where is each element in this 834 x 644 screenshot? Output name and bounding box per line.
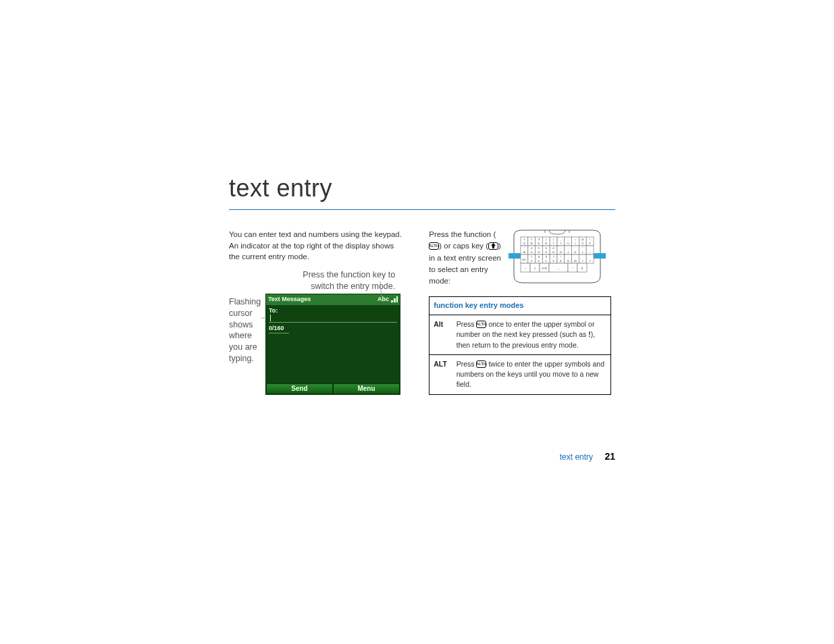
softkey-bar: Send Menu (266, 383, 400, 394)
mode-label: ALT (429, 354, 452, 394)
svg-text:,: , (568, 255, 569, 259)
page-title: text entry (229, 174, 615, 203)
svg-text:R: R (546, 242, 548, 245)
right-top-row: Press the function (ALT/s) or caps key (… (429, 229, 615, 287)
svg-text:Z: Z (531, 259, 533, 263)
svg-text:⎵: ⎵ (558, 267, 560, 270)
callout-cursor: Flashing cursor shows where you are typi… (229, 294, 261, 365)
svg-text:@: @ (581, 238, 584, 241)
table-row: Alt Press ALT/s once to enter the upper … (429, 315, 611, 355)
to-field: To: (269, 306, 397, 323)
svg-text:K: K (575, 250, 577, 254)
alt-key-icon: ALT/s (476, 360, 486, 368)
svg-text:SYM: SYM (542, 267, 548, 270)
entry-mode-indicator: Abc (377, 295, 389, 304)
svg-text:U: U (567, 242, 569, 245)
svg-text:B: B (560, 259, 562, 263)
keypad-diagram: QWERTYUIOP 123()_-+@/ ASDFGHJKL← !456&:;… (509, 229, 606, 284)
callout-line2: switch the entry mode. (311, 281, 395, 291)
alt-key-icon: ALT/s (429, 242, 439, 250)
svg-text:I: I (575, 242, 576, 245)
svg-text:.: . (575, 255, 576, 259)
phone-screenshot-wrap: Text Messages Abc To: (265, 294, 400, 395)
svg-text:H: H (560, 250, 562, 254)
phone-title: Text Messages (268, 295, 311, 304)
screenshot-with-labels: Flashing cursor shows where you are typi… (229, 294, 402, 395)
svg-text:V: V (552, 259, 554, 263)
svg-text:E: E (538, 242, 540, 245)
svg-text:X: X (538, 259, 540, 263)
title-rule (229, 209, 615, 210)
svg-text:!: ! (524, 246, 525, 250)
svg-text:&: & (552, 246, 554, 250)
caps-key-icon (488, 242, 498, 250)
svg-text:N: N (567, 259, 569, 263)
page-number: 21 (604, 451, 615, 462)
softkey-menu[interactable]: Menu (333, 383, 400, 394)
mode-desc: Press ALT/s twice to enter the upper sym… (452, 354, 611, 394)
svg-text:C: C (546, 259, 548, 263)
text-cursor (270, 315, 271, 321)
svg-text:↵: ↵ (589, 259, 591, 263)
phone-screen: Text Messages Abc To: (265, 294, 400, 395)
svg-text:J: J (567, 250, 569, 254)
intro-p1: Press the function ( (429, 230, 496, 238)
section-label: text entry (560, 452, 593, 462)
page-footer: text entry 21 (560, 451, 615, 462)
mode-desc: Press ALT/s once to enter the upper symb… (452, 315, 611, 355)
svg-text:G: G (552, 250, 554, 254)
callout-line1: Press the function key to (303, 270, 395, 279)
phone-body: To: 0/160 (266, 305, 400, 383)
to-label: To: (269, 307, 278, 314)
left-column: You can enter text and numbers using the… (229, 229, 402, 395)
svg-rect-4 (594, 253, 606, 259)
manual-page: text entry You can enter text and number… (229, 174, 615, 395)
table-header: function key entry modes (429, 297, 611, 315)
right-intro: Press the function (ALT/s) or caps key (… (429, 229, 502, 287)
intro-p2: ) or caps key ( (439, 242, 488, 250)
svg-text:F: F (546, 250, 548, 254)
char-count: 0/160 (269, 324, 289, 333)
signal-icon (391, 296, 398, 302)
svg-text:;: ; (568, 246, 569, 250)
svg-text:M: M (574, 259, 577, 263)
svg-text:T: T (553, 242, 555, 245)
table-row: ALT Press ALT/s twice to enter the upper… (429, 354, 611, 394)
softkey-send[interactable]: Send (266, 383, 333, 394)
svg-text::: : (561, 246, 561, 250)
intro-text: You can enter text and numbers using the… (229, 229, 402, 263)
callout-function-key: Press the function key to switch the ent… (229, 269, 402, 292)
svg-text:A: A (523, 250, 525, 254)
svg-text:⇧: ⇧ (582, 259, 584, 263)
right-column: Press the function (ALT/s) or caps key (… (429, 229, 615, 395)
phone-titlebar: Text Messages Abc (266, 294, 400, 305)
svg-text:D: D (538, 250, 540, 254)
svg-text:Y: Y (560, 242, 562, 245)
alt-key-icon: ALT/s (476, 321, 486, 328)
svg-text:S: S (531, 250, 533, 254)
entry-modes-table: function key entry modes Alt Press ALT/s… (429, 296, 611, 394)
svg-text:W: W (530, 242, 533, 245)
svg-text:←: ← (589, 250, 592, 254)
svg-text:0: 0 (534, 267, 536, 270)
svg-text:P: P (589, 242, 591, 245)
mode-label: Alt (429, 315, 452, 355)
svg-text:ALT: ALT (523, 259, 527, 261)
columns: You can enter text and numbers using the… (229, 229, 615, 395)
svg-text:!: ! (561, 255, 561, 259)
